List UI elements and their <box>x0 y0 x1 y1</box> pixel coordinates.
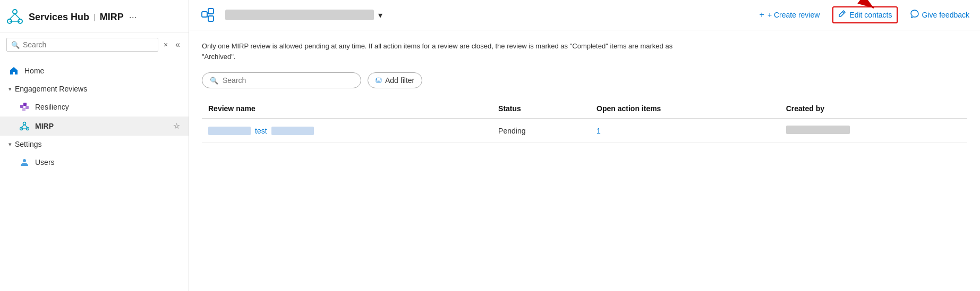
sidebar-item-users-label: Users <box>35 158 180 167</box>
col-created-by: Created by <box>780 99 967 119</box>
home-icon <box>8 65 19 76</box>
add-filter-button[interactable]: ⛁ Add filter <box>368 72 422 88</box>
toolbar-service-icon <box>200 6 217 23</box>
mirp-icon <box>19 121 30 131</box>
filter-icon: ⛁ <box>376 76 382 85</box>
cell-status: Pending <box>492 119 590 143</box>
sidebar-item-mirp[interactable]: MIRP ☆ <box>0 117 189 136</box>
col-review-name: Review name <box>202 99 492 119</box>
main-content: ▾ + + Create review Edit contacts <box>189 0 980 291</box>
services-hub-logo <box>6 9 23 26</box>
cell-created-by <box>780 119 967 143</box>
sidebar-item-resiliency[interactable]: Resiliency <box>0 97 189 117</box>
col-open-action-items: Open action items <box>590 99 780 119</box>
table-header-row: Review name Status Open action items Cre… <box>202 99 967 119</box>
content-area: Only one MIRP review is allowed pending … <box>189 30 980 291</box>
cell-open-action-items: 1 <box>590 119 780 143</box>
svg-rect-20 <box>208 16 214 21</box>
app-title: Services Hub <box>29 12 89 23</box>
sidebar-search-row: 🔍 × « <box>0 32 189 57</box>
created-by-blur <box>786 126 850 134</box>
sidebar-item-engagement-reviews[interactable]: ▾ Engagement Reviews <box>0 80 189 97</box>
create-review-button[interactable]: + + Create review <box>760 10 820 20</box>
sidebar-item-home[interactable]: Home <box>0 61 189 80</box>
svg-line-3 <box>10 14 15 19</box>
review-search-box[interactable]: 🔍 <box>202 72 361 88</box>
svg-line-13 <box>21 125 24 128</box>
edit-icon <box>838 10 846 20</box>
review-search-input[interactable] <box>223 76 353 85</box>
filter-row: 🔍 ⛁ Add filter <box>202 72 967 88</box>
svg-rect-7 <box>23 103 27 106</box>
svg-line-23 <box>842 12 844 13</box>
more-options-button[interactable]: ··· <box>129 12 137 23</box>
edit-contacts-label: Edit contacts <box>849 11 892 19</box>
chevron-right-icon: ▾ <box>8 141 12 148</box>
svg-rect-8 <box>25 106 29 109</box>
favorite-star-icon[interactable]: ☆ <box>173 122 180 130</box>
section-title: MIRP <box>100 12 124 23</box>
open-action-items-link[interactable]: 1 <box>596 127 601 135</box>
svg-rect-19 <box>208 9 214 14</box>
sidebar-item-resiliency-label: Resiliency <box>35 103 180 111</box>
breadcrumb-text <box>225 10 374 20</box>
toolbar: ▾ + + Create review Edit contacts <box>189 0 980 30</box>
svg-line-14 <box>24 125 28 128</box>
sidebar-nav: Home ▾ Engagement Reviews Resiliency <box>0 57 189 291</box>
resiliency-icon <box>19 102 30 112</box>
chevron-down-icon: ▾ <box>8 86 12 93</box>
sidebar-item-users[interactable]: Users <box>0 153 189 172</box>
give-feedback-button[interactable]: Give feedback <box>910 10 970 20</box>
svg-point-10 <box>23 122 26 125</box>
review-name-link[interactable]: test <box>255 127 267 135</box>
search-clear-button[interactable]: × <box>161 40 170 49</box>
sidebar-item-mirp-label: MIRP <box>35 122 168 130</box>
sidebar-item-engagement-reviews-label: Engagement Reviews <box>15 85 87 93</box>
review-name-blur-2 <box>271 127 314 135</box>
title-divider: | <box>93 13 96 21</box>
review-name-blur <box>208 127 251 135</box>
add-filter-label: Add filter <box>385 76 414 85</box>
sidebar-search-input[interactable] <box>23 40 154 49</box>
svg-rect-6 <box>20 105 23 108</box>
col-status: Status <box>492 99 590 119</box>
sidebar-item-settings-label: Settings <box>15 140 42 148</box>
sidebar-item-settings[interactable]: ▾ Settings <box>0 136 189 153</box>
svg-line-4 <box>15 14 20 19</box>
svg-rect-9 <box>22 108 25 111</box>
breadcrumb: ▾ <box>225 10 751 20</box>
edit-contacts-button[interactable]: Edit contacts <box>832 6 897 23</box>
create-review-label: + Create review <box>768 11 820 19</box>
info-text: Only one MIRP review is allowed pending … <box>202 41 680 62</box>
sidebar: Services Hub | MIRP ··· 🔍 × « H <box>0 0 189 291</box>
breadcrumb-dropdown-icon[interactable]: ▾ <box>378 10 382 20</box>
plus-icon: + <box>760 10 764 20</box>
sidebar-header: Services Hub | MIRP ··· <box>0 4 189 32</box>
svg-rect-18 <box>202 12 207 17</box>
sidebar-search-box[interactable]: 🔍 <box>6 38 158 52</box>
table-row: test Pending 1 <box>202 119 967 143</box>
reviews-table: Review name Status Open action items Cre… <box>202 99 967 143</box>
search-box-icon: 🔍 <box>210 77 218 85</box>
cell-review-name: test <box>202 119 492 143</box>
feedback-icon <box>910 10 919 20</box>
toolbar-actions: + + Create review Edit contacts <box>760 6 969 23</box>
users-icon <box>19 157 30 168</box>
svg-point-16 <box>23 159 26 162</box>
svg-point-0 <box>13 10 17 14</box>
give-feedback-label: Give feedback <box>922 11 970 19</box>
search-icon: 🔍 <box>11 41 20 49</box>
sidebar-collapse-button[interactable]: « <box>173 38 182 52</box>
sidebar-item-home-label: Home <box>24 66 180 75</box>
